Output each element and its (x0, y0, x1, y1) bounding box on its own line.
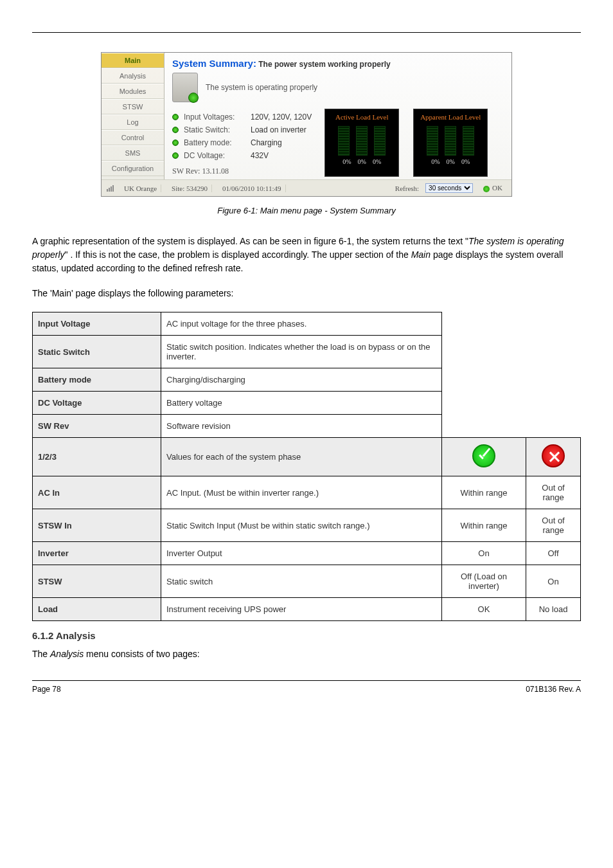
refresh-select[interactable]: 30 seconds (425, 183, 473, 193)
t2-r4-c4: On (526, 565, 581, 598)
operator-label: UK Orange (120, 185, 161, 192)
analysis-text: The Analysis menu consists of two pages: (32, 647, 581, 661)
apparent-load-gauge: Apparent Load Level 0%0%0% (413, 109, 488, 177)
nav-configuration[interactable]: Configuration (102, 161, 164, 176)
sw-rev: SW Rev: 13.11.08 (172, 167, 312, 176)
t2-r3-c2: Inverter Output (161, 542, 442, 565)
t1-r2-c1: Static Switch (33, 336, 161, 368)
label-battery-mode: Battery mode: (184, 138, 245, 147)
t2-h-c2: Values for each of the system phase (161, 438, 442, 476)
summary-title: System Summary: (172, 58, 256, 69)
t1-r5-c2: Software revision (161, 415, 442, 438)
device-icon (172, 73, 198, 102)
t2-r4-c2: Static switch (161, 565, 442, 598)
status-list: Input Voltages:120V, 120V, 120V Static S… (172, 109, 312, 177)
paragraph-2: The 'Main' page displays the following p… (32, 287, 581, 300)
t2-r3-c3: On (441, 542, 526, 565)
label-dc-voltage: DC Voltage: (184, 151, 245, 160)
signal-icon (107, 185, 114, 192)
t2-r2-c3: Within range (441, 509, 526, 542)
apparent-load-title: Apparent Load Level (416, 113, 484, 121)
value-input-voltages: 120V, 120V, 120V (251, 113, 312, 122)
t1-r4-c2: Battery voltage (161, 392, 442, 415)
active-pct-2: 0% (358, 158, 366, 165)
refresh-label: Refresh: (395, 185, 419, 192)
status-bar: UK Orange Site: 534290 01/06/2010 10:11:… (102, 179, 511, 196)
datetime-label: 01/06/2010 10:11:49 (218, 185, 286, 192)
active-load-gauge: Active Load Level 0%0%0% (324, 109, 399, 177)
t2-r4-c1: STSW (33, 565, 161, 598)
apparent-pct-2: 0% (447, 158, 455, 165)
t2-r5-c2: Instrument receiving UPS power (161, 598, 442, 621)
t2-r5-c3: OK (441, 598, 526, 621)
site-label: Site: 534290 (168, 185, 212, 192)
figure-caption: Figure 6-1: Main menu page - System Summ… (217, 206, 395, 215)
nav-control[interactable]: Control (102, 130, 164, 145)
cross-icon (542, 444, 565, 467)
summary-subtitle: The power system working properly (258, 60, 390, 69)
t2-r1-c2: AC Input. (Must be within inverter range… (161, 476, 442, 509)
apparent-pct-1: 0% (431, 158, 440, 165)
nav-analysis[interactable]: Analysis (102, 68, 164, 84)
t1-r1-c1: Input Voltage (33, 312, 161, 336)
label-static-switch: Static Switch: (184, 125, 245, 134)
active-pct-3: 0% (373, 158, 381, 165)
t2-r1-c3: Within range (441, 476, 526, 509)
nav-main[interactable]: Main (102, 53, 164, 68)
ok-dot-icon (483, 186, 490, 192)
value-dc-voltage: 432V (251, 151, 269, 160)
active-load-title: Active Load Level (328, 113, 396, 121)
label-input-voltages: Input Voltages: (184, 113, 245, 122)
status-dot-icon (172, 114, 179, 120)
nav-sms[interactable]: SMS (102, 145, 164, 161)
system-summary-screenshot: Main Analysis Modules STSW Log Control S… (101, 52, 512, 197)
footer-left: Page 78 (32, 685, 61, 694)
value-battery-mode: Charging (251, 138, 282, 147)
t1-r2-c2: Static switch position. Indicates whethe… (161, 336, 442, 368)
side-nav: Main Analysis Modules STSW Log Control S… (102, 53, 164, 179)
t1-r5-c1: SW Rev (33, 415, 161, 438)
t1-r4-c1: DC Voltage (33, 392, 161, 415)
nav-log[interactable]: Log (102, 114, 164, 130)
active-pct-1: 0% (342, 158, 351, 165)
check-icon (472, 444, 495, 467)
t2-r1-c4: Out of range (526, 476, 581, 509)
t1-r1-c2: AC input voltage for the three phases. (161, 312, 442, 336)
t2-h-ok (441, 438, 526, 476)
apparent-pct-3: 0% (461, 158, 470, 165)
parameters-table: Input VoltageAC input voltage for the th… (32, 312, 581, 621)
status-dot-icon (172, 140, 179, 146)
t2-r2-c2: Static Switch Input (Must be within stat… (161, 509, 442, 542)
t2-r5-c1: Load (33, 598, 161, 621)
t1-r3-c1: Battery mode (33, 368, 161, 392)
t2-r3-c1: Inverter (33, 542, 161, 565)
footer-right: 071B136 Rev. A (526, 685, 581, 694)
t2-r1-c1: AC In (33, 476, 161, 509)
value-static-switch: Load on inverter (251, 125, 306, 134)
paragraph-1: A graphic representation of the system i… (32, 235, 581, 275)
nav-modules[interactable]: Modules (102, 84, 164, 99)
t2-r2-c4: Out of range (526, 509, 581, 542)
status-dot-icon (172, 152, 179, 159)
t2-r5-c4: No load (526, 598, 581, 621)
t2-r4-c3: Off (Load on inverter) (441, 565, 526, 598)
t2-h-fail (526, 438, 581, 476)
t2-r3-c4: Off (526, 542, 581, 565)
nav-stsw[interactable]: STSW (102, 99, 164, 114)
t2-h-c1: 1/2/3 (33, 438, 161, 476)
device-status-msg: The system is operating properly (206, 83, 317, 92)
status-ok: OK (479, 184, 506, 192)
status-dot-icon (172, 127, 179, 133)
analysis-heading: 6.1.2 Analysis (32, 630, 581, 641)
t2-r2-c1: STSW In (33, 509, 161, 542)
t1-r3-c2: Charging/discharging (161, 368, 442, 392)
